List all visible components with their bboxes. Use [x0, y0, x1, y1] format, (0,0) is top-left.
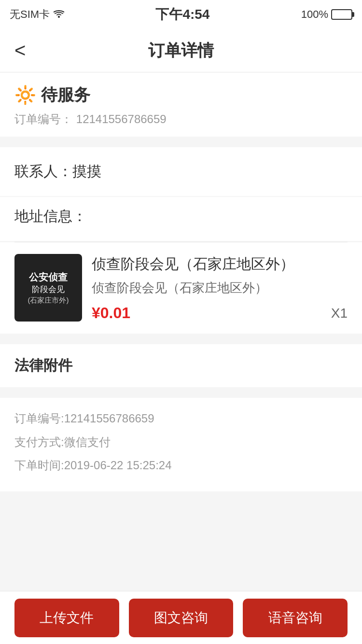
product-thumb-text: 公安侦查 阶段会见 (石家庄市外): [23, 266, 74, 310]
wifi-icon: [54, 8, 64, 21]
status-icon: 🔆: [14, 85, 36, 105]
sim-label: 无SIM卡: [10, 7, 50, 22]
gap-1: [0, 138, 362, 147]
action-bar: 上传文件 图文咨询 语音咨询: [0, 591, 362, 644]
order-status-section: 🔆 待服务 订单编号： 12141556786659: [0, 72, 362, 137]
upload-file-button[interactable]: 上传文件: [14, 599, 119, 637]
order-info-line2: 支付方式:微信支付: [14, 433, 348, 451]
status-right: 100%: [301, 8, 352, 21]
product-qty: X1: [331, 306, 348, 321]
graphic-consult-button[interactable]: 图文咨询: [129, 599, 234, 637]
thumb-line2: 阶段会见: [28, 284, 69, 295]
product-section: 公安侦查 阶段会见 (石家庄市外) 侦查阶段会见（石家庄地区外） 侦查阶段会见（…: [0, 242, 362, 334]
contact-label: 联系人：摸摸: [14, 163, 101, 179]
product-subtitle: 侦查阶段会见（石家庄地区外）: [92, 279, 348, 296]
order-info-section: 订单编号:12141556786659 支付方式:微信支付 下单时间:2019-…: [0, 398, 362, 491]
product-thumbnail: 公安侦查 阶段会见 (石家庄市外): [14, 254, 82, 322]
voice-consult-button[interactable]: 语音咨询: [243, 599, 348, 637]
order-number-row: 订单编号： 12141556786659: [14, 111, 348, 127]
back-button[interactable]: <: [14, 40, 26, 61]
page-title: 订单详情: [148, 40, 214, 62]
status-text: 待服务: [41, 84, 90, 106]
svg-point-0: [58, 16, 60, 18]
status-row: 🔆 待服务: [14, 84, 348, 106]
order-number-value: 12141556786659: [76, 112, 167, 126]
product-title: 侦查阶段会见（石家庄地区外）: [92, 254, 348, 274]
thumb-line1: 公安侦查: [28, 270, 69, 284]
order-info-line1: 订单编号:12141556786659: [14, 409, 348, 428]
address-label: 地址信息：: [14, 208, 87, 224]
battery-icon: [331, 9, 352, 20]
legal-section: 法律附件: [0, 344, 362, 387]
status-time: 下午4:54: [155, 5, 209, 24]
status-bar: 无SIM卡 下午4:54 100%: [0, 0, 362, 29]
contact-section: 联系人：摸摸: [0, 147, 362, 196]
battery-percent: 100%: [301, 8, 328, 21]
order-info-line3: 下单时间:2019-06-22 15:25:24: [14, 456, 348, 475]
product-info: 侦查阶段会见（石家庄地区外） 侦查阶段会见（石家庄地区外） ¥0.01 X1: [92, 254, 348, 322]
status-left: 无SIM卡: [10, 7, 64, 22]
address-section: 地址信息：: [0, 197, 362, 241]
product-price-row: ¥0.01 X1: [92, 304, 348, 322]
thumb-line3: (石家庄市外): [28, 295, 69, 305]
product-price: ¥0.01: [92, 304, 130, 322]
gap-2: [0, 335, 362, 344]
legal-title: 法律附件: [14, 357, 72, 373]
gap-3: [0, 388, 362, 398]
order-number-label: 订单编号：: [14, 112, 72, 126]
navbar: < 订单详情: [0, 29, 362, 72]
